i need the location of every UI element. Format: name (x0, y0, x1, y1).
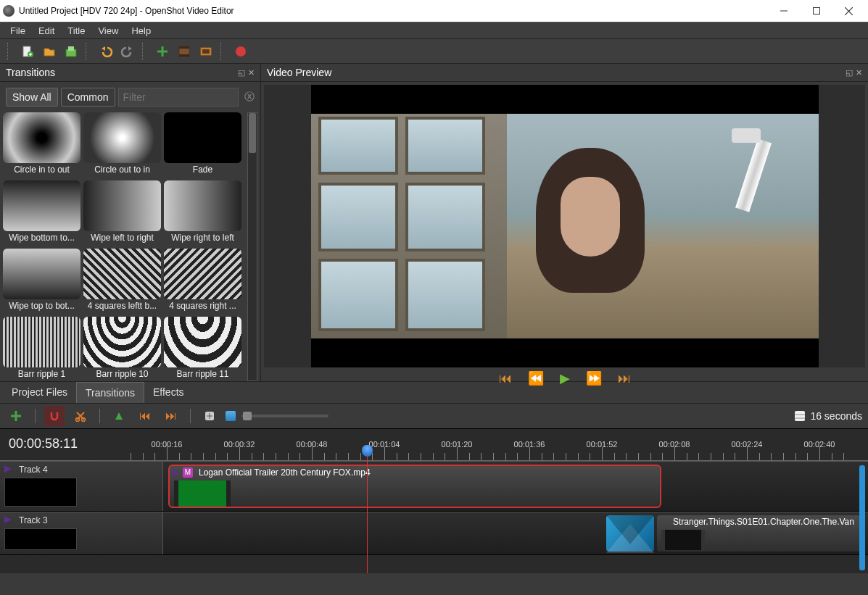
clear-filter-icon[interactable]: ⓧ (241, 91, 255, 104)
transition-item[interactable]: Barr ripple 10 (83, 317, 161, 381)
transitions-title: Transitions (6, 67, 55, 78)
transition-item[interactable]: Circle in to out (3, 112, 80, 178)
app-icon (3, 5, 15, 17)
close-button[interactable] (832, 0, 865, 22)
redo-button[interactable] (117, 41, 138, 62)
transition-item[interactable]: Wipe bottom to... (3, 180, 80, 246)
zoom-label: 16 seconds (810, 410, 862, 422)
clip-stranger-things[interactable]: Stranger.Things.S01E01.Chapter.One.The.V… (657, 515, 860, 552)
add-track-button[interactable] (6, 406, 26, 426)
next-marker-button[interactable]: ⏭ (161, 406, 181, 426)
tab-project-files[interactable]: Project Files (3, 382, 76, 403)
main-toolbar (0, 39, 868, 64)
jump-start-button[interactable]: ⏮ (499, 371, 512, 386)
video-preview-panel: Video Preview ◱ ✕ (261, 64, 868, 381)
menu-edit[interactable]: Edit (33, 24, 60, 38)
choose-profile-button[interactable] (174, 41, 194, 62)
timeline-toolbar: ⏮ ⏭ 16 seconds (0, 404, 868, 428)
clip-logan[interactable]: M Logan Official Trailer 20th Century FO… (168, 465, 661, 508)
transition-item[interactable]: 4 squares leftt b... (83, 249, 161, 314)
transition-item[interactable]: Wipe left to right (83, 180, 161, 246)
svg-rect-9 (68, 46, 74, 51)
svg-rect-27 (795, 411, 805, 421)
track-label: Track 3 (19, 515, 48, 525)
transitions-panel: Transitions ◱ ✕ Show All Common ⓧ Circle… (0, 64, 261, 381)
timeline-scrollbar[interactable] (859, 465, 865, 570)
transition-item[interactable]: Circle out to in (83, 112, 161, 178)
menu-title[interactable]: Title (62, 24, 91, 38)
video-frame (311, 85, 819, 367)
track-4[interactable]: Track 4 M Logan Official Trailer 20th Ce… (0, 461, 868, 512)
menu-bar: File Edit Title View Help (0, 22, 868, 39)
track-header[interactable]: Track 4 (0, 462, 163, 511)
track-3[interactable]: Track 3 Stranger.Things.S01E01.Chapter.O… (0, 512, 868, 555)
maximize-button[interactable] (800, 0, 832, 22)
transitions-grid: Circle in to out Circle out to in Fade W… (0, 112, 260, 381)
open-project-button[interactable] (39, 41, 59, 62)
transition-clip[interactable] (606, 515, 654, 552)
chevron-right-icon[interactable] (173, 470, 180, 477)
new-project-button[interactable] (17, 41, 38, 62)
fullscreen-button[interactable] (196, 41, 216, 62)
preview-title: Video Preview (267, 67, 331, 78)
transition-item[interactable]: Fade (164, 112, 241, 178)
timeline[interactable]: 00:00:58:11 00:00:1600:00:3200:00:4800:0… (0, 428, 868, 573)
transition-item[interactable]: Barr ripple 11 (164, 317, 241, 381)
svg-rect-1 (813, 8, 819, 14)
zoom-out-icon[interactable] (226, 411, 236, 421)
snap-button[interactable] (44, 406, 65, 426)
transition-item[interactable]: Wipe right to left (164, 180, 241, 246)
marker-badge: M (183, 467, 193, 478)
transition-item[interactable]: 4 squares right ... (164, 249, 241, 314)
minimize-button[interactable] (767, 0, 800, 22)
play-button[interactable]: ▶ (560, 370, 570, 386)
svg-rect-14 (179, 54, 189, 57)
undo-button[interactable] (96, 41, 116, 62)
undock-icon[interactable]: ◱ (238, 68, 245, 78)
track-label: Track 4 (19, 465, 48, 475)
jump-end-button[interactable]: ⏭ (618, 371, 631, 386)
add-marker-button[interactable] (109, 406, 129, 426)
common-tab[interactable]: Common (61, 88, 115, 107)
save-project-button[interactable] (61, 41, 81, 62)
fast-forward-button[interactable]: ⏩ (586, 370, 602, 386)
close-panel-icon[interactable]: ✕ (856, 68, 862, 78)
razor-button[interactable] (70, 406, 91, 426)
rewind-button[interactable]: ⏪ (528, 370, 544, 386)
clip-title: Logan Official Trailer 20th Century FOX.… (199, 467, 656, 478)
chevron-right-icon[interactable] (4, 465, 12, 473)
svg-rect-16 (202, 49, 210, 54)
track-header[interactable]: Track 3 (0, 512, 163, 554)
svg-point-17 (236, 46, 246, 57)
import-files-button[interactable] (152, 41, 173, 62)
transition-item[interactable]: Barr ripple 1 (3, 317, 80, 381)
clip-title: Stranger.Things.S01E01.Chapter.One.The.V… (673, 517, 857, 527)
zoom-slider[interactable] (241, 415, 328, 417)
time-ruler[interactable]: 00:00:1600:00:3200:00:4800:01:0400:01:20… (131, 429, 868, 460)
tab-effects[interactable]: Effects (144, 382, 193, 403)
zoom-grid-icon (794, 410, 806, 422)
menu-help[interactable]: Help (125, 24, 157, 38)
tab-transitions[interactable]: Transitions (76, 382, 144, 403)
export-video-button[interactable] (231, 41, 251, 62)
window-title: Untitled Project [HDV 720 24p] - OpenSho… (19, 6, 234, 16)
filter-input[interactable] (118, 88, 239, 107)
menu-view[interactable]: View (92, 24, 124, 38)
current-time: 00:00:58:11 (0, 429, 131, 460)
window-titlebar: Untitled Project [HDV 720 24p] - OpenSho… (0, 0, 868, 22)
svg-rect-13 (179, 46, 189, 49)
undock-icon[interactable]: ◱ (846, 68, 853, 78)
playhead[interactable] (367, 449, 368, 573)
center-playhead-button[interactable] (199, 406, 220, 426)
show-all-tab[interactable]: Show All (6, 88, 58, 107)
scrollbar[interactable] (247, 112, 257, 381)
prev-marker-button[interactable]: ⏮ (135, 406, 155, 426)
transition-item[interactable]: Wipe top to bot... (3, 249, 80, 314)
menu-file[interactable]: File (4, 24, 31, 38)
chevron-right-icon[interactable] (4, 516, 12, 523)
close-panel-icon[interactable]: ✕ (248, 68, 255, 78)
playback-controls: ⏮ ⏪ ▶ ⏩ ⏭ (261, 370, 868, 386)
